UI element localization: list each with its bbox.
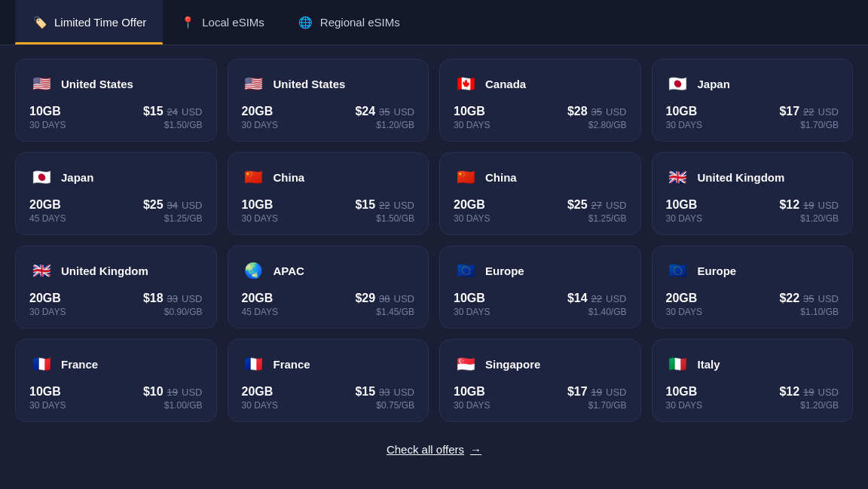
days-label: 30 DAYS xyxy=(454,307,490,317)
offer-card[interactable]: 🇪🇺 Europe 20GB 30 DAYS $22 35 USD $1.10/… xyxy=(652,246,854,329)
price-current: $25 xyxy=(143,198,164,212)
price-current: $15 xyxy=(143,105,164,118)
price-current: $12 xyxy=(779,198,799,212)
data-amount: 10GB xyxy=(29,105,66,118)
card-right: $29 38 USD $1.45/GB xyxy=(355,292,414,317)
price-current: $15 xyxy=(355,385,375,399)
card-header: 🇨🇳 China xyxy=(242,165,415,189)
card-header: 🇪🇺 Europe xyxy=(454,258,627,283)
card-left: 10GB 30 DAYS xyxy=(454,292,490,317)
nav-icon-local-esims: 📍 xyxy=(179,14,196,31)
per-gb: $0.75/GB xyxy=(355,400,414,411)
country-name: Canada xyxy=(485,78,526,90)
flag-icon: 🇪🇺 xyxy=(666,258,690,283)
nav-item-local-esims[interactable]: 📍Local eSIMs xyxy=(163,0,281,44)
price-old: 33 xyxy=(379,387,390,398)
offer-card[interactable]: 🇨🇳 China 10GB 30 DAYS $15 22 USD $1.50/G… xyxy=(228,152,429,235)
per-gb: $1.20/GB xyxy=(355,120,414,130)
days-label: 30 DAYS xyxy=(454,400,490,411)
flag-icon: 🇨🇦 xyxy=(454,72,478,96)
per-gb: $2.80/GB xyxy=(567,120,627,130)
nav-icon-limited-time: 🏷️ xyxy=(32,14,48,31)
offer-card[interactable]: 🇯🇵 Japan 20GB 45 DAYS $25 34 USD $1.25/G… xyxy=(15,152,217,235)
per-gb: $1.00/GB xyxy=(143,400,203,411)
nav-bar: 🏷️Limited Time Offer📍Local eSIMs🌐Regiona… xyxy=(0,0,868,45)
offer-card[interactable]: 🇺🇸 United States 10GB 30 DAYS $15 24 USD… xyxy=(15,59,217,142)
offer-card[interactable]: 🇫🇷 France 10GB 30 DAYS $10 19 USD $1.00/… xyxy=(15,339,217,422)
nav-label-limited-time: Limited Time Offer xyxy=(54,16,146,29)
card-header: 🇮🇹 Italy xyxy=(666,352,839,376)
price-current: $28 xyxy=(567,105,588,118)
card-body: 20GB 30 DAYS $15 33 USD $0.75/GB xyxy=(242,385,415,411)
price-old: 19 xyxy=(803,200,814,211)
price-currency: USD xyxy=(818,106,839,118)
offer-card[interactable]: 🇨🇦 Canada 10GB 30 DAYS $28 35 USD $2.80/… xyxy=(439,59,641,142)
country-name: Japan xyxy=(61,171,93,184)
price-currency: USD xyxy=(394,293,414,304)
offer-card[interactable]: 🇪🇺 Europe 10GB 30 DAYS $14 22 USD $1.40/… xyxy=(439,246,641,329)
nav-item-regional-esims[interactable]: 🌐Regional eSIMs xyxy=(281,0,417,44)
price-row: $24 35 USD xyxy=(355,105,414,118)
country-name: United Kingdom xyxy=(698,171,785,184)
offer-card[interactable]: 🇮🇹 Italy 10GB 30 DAYS $12 19 USD $1.20/G… xyxy=(652,339,854,422)
price-currency: USD xyxy=(606,106,626,118)
country-name: Italy xyxy=(698,358,720,371)
offer-card[interactable]: 🌏 APAC 20GB 45 DAYS $29 38 USD $1.45/GB xyxy=(228,246,429,329)
card-body: 20GB 30 DAYS $18 33 USD $0.90/GB xyxy=(29,292,203,317)
price-currency: USD xyxy=(818,387,839,398)
days-label: 30 DAYS xyxy=(454,120,490,130)
card-left: 10GB 30 DAYS xyxy=(666,198,702,224)
data-amount: 20GB xyxy=(242,385,278,399)
card-right: $15 22 USD $1.50/GB xyxy=(355,198,414,224)
card-right: $10 19 USD $1.00/GB xyxy=(143,385,203,411)
per-gb: $1.25/GB xyxy=(567,213,627,224)
data-amount: 10GB xyxy=(454,292,490,305)
country-name: United Kingdom xyxy=(61,264,148,277)
nav-icon-regional-esims: 🌐 xyxy=(298,14,314,31)
per-gb: $1.45/GB xyxy=(355,307,414,317)
price-old: 22 xyxy=(591,293,602,304)
card-body: 10GB 30 DAYS $12 19 USD $1.20/GB xyxy=(666,385,839,411)
price-currency: USD xyxy=(606,387,626,398)
per-gb: $1.50/GB xyxy=(355,213,414,224)
data-amount: 10GB xyxy=(29,385,66,399)
offer-card[interactable]: 🇬🇧 United Kingdom 10GB 30 DAYS $12 19 US… xyxy=(652,152,854,235)
data-amount: 10GB xyxy=(454,105,490,118)
country-name: Japan xyxy=(698,78,730,90)
offer-card[interactable]: 🇺🇸 United States 20GB 30 DAYS $24 35 USD… xyxy=(228,59,429,142)
price-row: $28 35 USD xyxy=(567,105,627,118)
price-currency: USD xyxy=(606,293,626,304)
data-amount: 10GB xyxy=(242,198,278,212)
per-gb: $1.20/GB xyxy=(779,400,839,411)
per-gb: $1.70/GB xyxy=(779,120,839,130)
card-left: 20GB 30 DAYS xyxy=(242,105,278,130)
check-all-offers-link[interactable]: Check all offers → xyxy=(387,443,481,456)
nav-label-local-esims: Local eSIMs xyxy=(202,16,264,29)
card-left: 20GB 45 DAYS xyxy=(29,198,66,224)
card-body: 20GB 30 DAYS $22 35 USD $1.10/GB xyxy=(666,292,839,317)
price-current: $29 xyxy=(355,292,375,305)
price-old: 35 xyxy=(379,106,390,118)
price-row: $22 35 USD xyxy=(779,292,839,305)
country-name: France xyxy=(61,358,98,371)
flag-icon: 🌏 xyxy=(242,258,266,283)
country-name: United States xyxy=(274,78,346,90)
card-right: $15 33 USD $0.75/GB xyxy=(355,385,414,411)
per-gb: $0.90/GB xyxy=(143,307,203,317)
country-name: APAC xyxy=(274,264,304,277)
price-row: $18 33 USD xyxy=(143,292,203,305)
offer-card[interactable]: 🇸🇬 Singapore 10GB 30 DAYS $17 19 USD $1.… xyxy=(439,339,641,422)
days-label: 30 DAYS xyxy=(242,400,278,411)
offers-grid: 🇺🇸 United States 10GB 30 DAYS $15 24 USD… xyxy=(0,45,868,429)
flag-icon: 🇺🇸 xyxy=(242,72,266,96)
offer-card[interactable]: 🇨🇳 China 20GB 30 DAYS $25 27 USD $1.25/G… xyxy=(439,152,641,235)
card-left: 20GB 30 DAYS xyxy=(454,198,490,224)
days-label: 30 DAYS xyxy=(666,400,702,411)
price-currency: USD xyxy=(394,200,414,211)
offer-card[interactable]: 🇬🇧 United Kingdom 20GB 30 DAYS $18 33 US… xyxy=(15,246,217,329)
offer-card[interactable]: 🇫🇷 France 20GB 30 DAYS $15 33 USD $0.75/… xyxy=(228,339,429,422)
offer-card[interactable]: 🇯🇵 Japan 10GB 30 DAYS $17 22 USD $1.70/G… xyxy=(652,59,854,142)
country-name: United States xyxy=(61,78,133,90)
card-right: $14 22 USD $1.40/GB xyxy=(567,292,627,317)
nav-item-limited-time[interactable]: 🏷️Limited Time Offer xyxy=(15,0,163,44)
